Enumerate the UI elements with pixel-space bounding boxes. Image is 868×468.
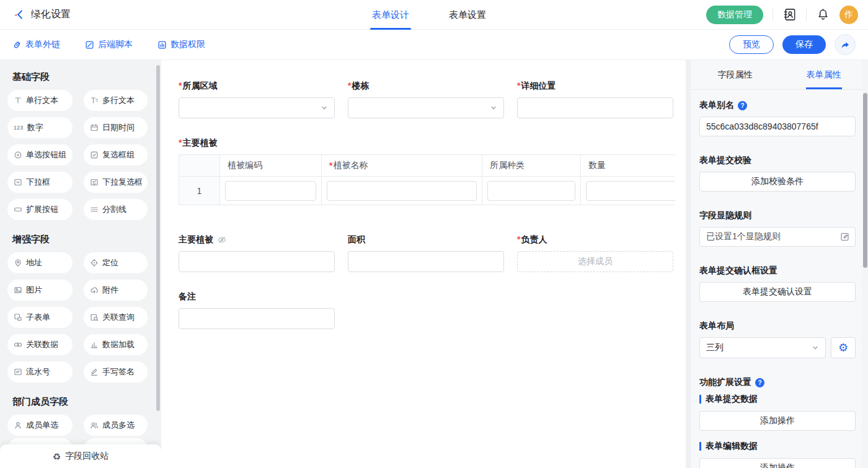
area-select[interactable] <box>179 97 335 118</box>
sidebar-scrollbar[interactable] <box>156 65 160 411</box>
quantity-cell-input[interactable] <box>586 181 675 201</box>
sidebar-item-address[interactable]: 地址 <box>7 252 73 273</box>
form-alias-input[interactable]: 55c6ca033d8c89403807765f <box>699 117 856 136</box>
number-123-icon: 123 <box>14 125 24 131</box>
member-fields-grid: 成员单选 成员多选 <box>7 415 161 436</box>
field-vegetation[interactable]: 主要植被 <box>179 234 335 272</box>
toolbar-link-label: 数据权限 <box>170 39 205 50</box>
tab-field-properties[interactable]: 字段属性 <box>691 60 779 89</box>
edit-icon[interactable] <box>840 232 850 242</box>
field-remark[interactable]: 备注 <box>179 291 335 329</box>
submit-validation-group: 表单提交校验 添加校验条件 <box>699 155 856 192</box>
data-permission-link[interactable]: 数据权限 <box>157 39 205 50</box>
name-cell-input[interactable] <box>327 181 477 201</box>
data-manage-button[interactable]: 数据管理 <box>706 6 763 24</box>
subform-table: 植被编码 *植被名称 所属种类 数量 1 <box>179 154 675 205</box>
avatar[interactable]: 作 <box>839 6 858 24</box>
form-alias-label: 表单别名 ? <box>699 100 856 111</box>
edit-data-subgroup: 表单编辑数据 添加操作 <box>699 441 856 468</box>
bell-icon[interactable] <box>816 7 830 22</box>
back-button[interactable]: 绿化设置 <box>10 6 76 24</box>
help-icon[interactable]: ? <box>755 378 764 387</box>
sidebar-item-divider-line[interactable]: 分割线 <box>84 199 148 220</box>
tab-form-settings[interactable]: 表单设置 <box>449 0 486 30</box>
subform-table-row: 1 <box>179 177 675 205</box>
layout-settings-button[interactable]: ⚙ <box>831 337 856 358</box>
sidebar-item-checkbox-group[interactable]: 复选框组 <box>84 144 148 166</box>
field-building[interactable]: *楼栋 <box>348 80 504 118</box>
field-area[interactable]: *所属区域 <box>179 80 335 118</box>
add-action-button-submit[interactable]: 添加操作 <box>699 411 856 431</box>
layout-select[interactable]: 三列 <box>699 337 826 358</box>
select-icon <box>14 178 22 187</box>
building-select[interactable] <box>348 97 504 118</box>
checkbox-icon <box>90 151 99 159</box>
chevron-down-icon <box>321 104 328 112</box>
field-label: *主要植被 <box>179 137 673 149</box>
form-external-link[interactable]: 表单外链 <box>12 39 60 50</box>
sidebar-item-geolocation[interactable]: 定位 <box>84 252 148 273</box>
save-button[interactable]: 保存 <box>782 35 826 54</box>
sidebar-item-member-single[interactable]: 成员单选 <box>7 415 73 436</box>
sidebar-item-single-text[interactable]: 单行文本 <box>7 90 73 111</box>
tab-form-design[interactable]: 表单设计 <box>372 0 409 30</box>
image-icon <box>14 286 22 294</box>
sidebar-item-label: 分割线 <box>102 204 126 215</box>
section-title-member-fields: 部门成员字段 <box>12 396 161 408</box>
share-button[interactable] <box>835 34 856 55</box>
sidebar-item-serial-number[interactable]: 流水号 <box>7 361 73 382</box>
field-owner[interactable]: *负责人 选择成员 <box>517 234 673 272</box>
sidebar-item-multi-select[interactable]: 下拉复选框 <box>84 172 148 193</box>
visibility-rules-box[interactable]: 已设置1个显隐规则 <box>699 227 856 247</box>
sidebar-item-multi-text[interactable]: 多行文本 <box>84 90 148 111</box>
data-permission-icon <box>157 40 167 50</box>
form-row-3: 主要植被 面积 *负责人 选择成员 <box>179 234 673 272</box>
backend-script-link[interactable]: 后端脚本 <box>85 39 133 50</box>
help-icon[interactable]: ? <box>738 101 747 110</box>
sidebar-item-linked-data[interactable]: 关联数据 <box>7 334 73 355</box>
code-cell-input[interactable] <box>225 181 316 201</box>
vegetation-input[interactable] <box>179 251 335 272</box>
sidebar-item-attachment[interactable]: 附件 <box>84 280 148 301</box>
field-recycle-bin[interactable]: ♻ 字段回收站 <box>0 444 161 468</box>
panel-tabs: 字段属性 表单属性 <box>691 60 868 90</box>
submit-confirm-label: 表单提交确认框设置 <box>699 265 856 276</box>
sidebar-item-datetime[interactable]: 日期时间 <box>84 117 148 138</box>
field-location[interactable]: *详细位置 <box>517 80 673 118</box>
species-cell-input[interactable] <box>487 181 575 201</box>
submit-confirm-button[interactable]: 表单提交确认设置 <box>699 282 856 302</box>
preview-button[interactable]: 预览 <box>729 35 774 54</box>
remark-input[interactable] <box>179 308 335 329</box>
field-label: *所属区域 <box>179 80 335 92</box>
field-size[interactable]: 面积 <box>348 234 504 272</box>
sidebar-item-linked-query[interactable]: 关联查询 <box>84 307 148 328</box>
sidebar-item-extend-button[interactable]: 扩展按钮 <box>7 199 73 220</box>
sidebar-item-label: 流水号 <box>26 366 50 377</box>
add-validation-button[interactable]: 添加校验条件 <box>699 172 856 192</box>
size-input[interactable] <box>348 251 504 272</box>
sidebar-item-image[interactable]: 图片 <box>7 280 73 301</box>
sidebar-item-data-load[interactable]: 数据加载 <box>84 334 148 355</box>
form-row-1: *所属区域 *楼栋 *详细位置 <box>179 80 673 118</box>
target-icon <box>90 258 99 267</box>
tab-form-properties[interactable]: 表单属性 <box>779 60 868 89</box>
sidebar-item-label: 图片 <box>26 285 42 296</box>
sidebar-item-radio-group[interactable]: 单选按钮组 <box>7 144 73 166</box>
divider <box>806 9 807 21</box>
form-canvas: *所属区域 *楼栋 *详细位置 *主要植被 <box>161 60 686 468</box>
member-picker[interactable]: 选择成员 <box>517 251 673 272</box>
sidebar-item-label: 成员多选 <box>102 420 135 431</box>
sidebar-item-signature[interactable]: 手写签名 <box>84 361 148 382</box>
sidebar-item-select[interactable]: 下拉框 <box>7 172 73 193</box>
script-icon <box>85 40 94 50</box>
sidebar-item-number[interactable]: 123 数字 <box>7 117 73 138</box>
field-vegetation-table[interactable]: *主要植被 植被编码 *植被名称 所属种类 数量 1 <box>179 137 673 205</box>
share-arrow-icon <box>840 40 850 50</box>
address-book-icon[interactable] <box>782 7 797 22</box>
sidebar-item-member-multi[interactable]: 成员多选 <box>84 415 148 436</box>
add-action-button-edit[interactable]: 添加操作 <box>699 458 856 468</box>
page-scrollbar[interactable] <box>863 93 867 268</box>
map-pin-icon <box>14 258 22 267</box>
location-input[interactable] <box>517 97 673 118</box>
sidebar-item-subform[interactable]: 子表单 <box>7 307 73 328</box>
